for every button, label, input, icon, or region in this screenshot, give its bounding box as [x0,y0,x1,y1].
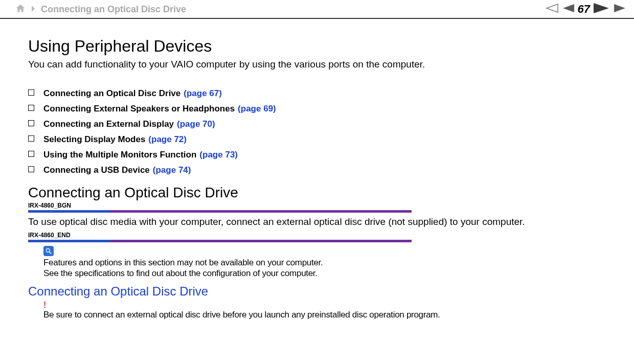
warning-icon: ! [43,301,614,310]
square-bullet-icon [28,89,34,96]
toc-item[interactable]: Using the Multiple Monitors Function(pag… [28,150,614,160]
warning-block: ! Be sure to connect an external optical… [43,301,614,320]
marker-begin: IRX-4860_BGN [28,202,614,209]
home-icon[interactable] [15,3,26,16]
search-icon [43,246,54,256]
chevron-right-icon [31,4,36,15]
toc-page-link[interactable]: (page 74) [153,165,191,175]
page-content: Using Peripheral Devices You can add fun… [0,19,634,320]
toc-label: Using the Multiple Monitors Function [43,150,196,160]
toc-item[interactable]: Selecting Display Modes(page 72) [28,134,614,145]
square-bullet-icon [28,135,34,142]
toc-label: Connecting a USB Device [43,165,150,175]
toc-list: Connecting an Optical Disc Drive(page 67… [28,88,614,175]
square-bullet-icon [28,120,34,126]
note-block: Features and options in this section may… [43,246,614,279]
square-bullet-icon [28,151,34,157]
breadcrumb-text: Connecting an Optical Disc Drive [41,4,186,15]
toc-item[interactable]: Connecting External Speakers or Headphon… [28,104,614,114]
toc-label: Selecting Display Modes [43,134,145,144]
divider-rule [28,240,412,242]
note-text-line: Features and options in this section may… [43,257,614,268]
toc-page-link[interactable]: (page 67) [184,88,222,98]
page-number: 67 [578,3,590,16]
page-header: Connecting an Optical Disc Drive 67 [0,0,634,19]
toc-page-link[interactable]: (page 69) [238,104,276,113]
page-nav: 67 [545,3,627,16]
page-title: Using Peripheral Devices [28,37,614,56]
section-body: To use optical disc media with your comp… [28,216,614,228]
intro-text: You can add functionality to your VAIO c… [28,59,614,70]
arrow-prev-icon[interactable] [561,4,575,15]
toc-page-link[interactable]: (page 72) [148,134,187,144]
marker-end: IRX-4860_END [28,232,614,239]
square-bullet-icon [28,166,34,172]
toc-page-link[interactable]: (page 70) [177,119,215,129]
toc-label: Connecting an Optical Disc Drive [43,88,180,98]
warning-text: Be sure to connect an external optical d… [43,310,614,320]
toc-label: Connecting External Speakers or Headphon… [43,104,235,113]
square-bullet-icon [28,105,34,111]
toc-item[interactable]: Connecting a USB Device(page 74) [28,165,614,175]
svg-line-1 [50,252,52,254]
toc-page-link[interactable]: (page 73) [199,150,238,160]
section-heading: Connecting an Optical Disc Drive [28,185,614,201]
toc-label: Connecting an External Display [43,119,174,129]
arrow-prev-outline-icon[interactable] [545,4,558,15]
breadcrumb: Connecting an Optical Disc Drive [15,3,186,16]
arrow-next-large-icon[interactable] [593,3,610,16]
note-text-line: See the specifications to find out about… [43,268,614,279]
toc-item[interactable]: Connecting an External Display(page 70) [28,119,614,129]
sub-heading: Connecting an Optical Disc Drive [28,284,614,299]
arrow-next-icon[interactable] [614,4,627,15]
toc-item[interactable]: Connecting an Optical Disc Drive(page 67… [28,88,614,99]
divider-rule [28,210,412,213]
